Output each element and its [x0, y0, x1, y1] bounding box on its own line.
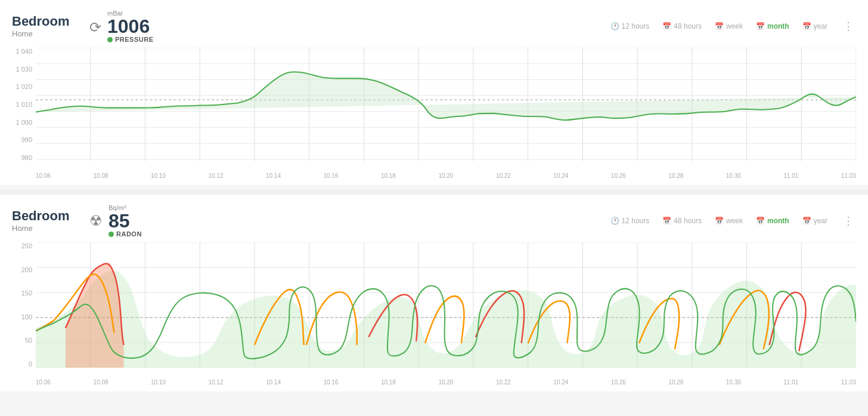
panel2-btn-week[interactable]: 📅 week	[710, 214, 748, 227]
radon-panel: Bedroom Home ☢ Bq/m³ 85 RADON 🕐 12 hours…	[0, 195, 868, 392]
panel2-dot	[108, 232, 114, 237]
panel2-header: Bedroom Home ☢ Bq/m³ 85 RADON 🕐 12 hours…	[12, 204, 856, 238]
panel2-x-labels: 10.06 10.08 10.10 10.12 10.14 10.16 10.1…	[36, 377, 856, 386]
panel1-btn-year[interactable]: 📅 year	[798, 20, 832, 33]
cal-icon-4: 📅	[802, 22, 811, 30]
panel1-dot	[107, 37, 113, 42]
panel1-label-year: year	[814, 22, 827, 30]
panel1-value: 1006	[107, 17, 179, 36]
panel2-more-button[interactable]: ⋮	[841, 212, 856, 230]
panel2-time-controls: 🕐 12 hours 📅 48 hours 📅 week 📅 month 📅 y…	[606, 212, 856, 230]
panel2-chart: 250 200 150 100 50 0	[12, 242, 856, 386]
pressure-panel: Bedroom Home ⟳ mBar 1006 PRESSURE 🕐 12 h…	[0, 0, 868, 185]
gauge-icon: ⟳	[89, 19, 101, 36]
panel2-label-12h: 12 hours	[622, 217, 650, 225]
panel2-sensor-row: RADON	[108, 230, 180, 238]
panel2-location: Home	[12, 224, 89, 233]
panel1-reading-block: mBar 1006 PRESSURE	[107, 10, 179, 43]
panel1-sensor-label: PRESSURE	[115, 36, 154, 43]
cal-icon-8: 📅	[802, 217, 811, 225]
panel2-label-month: month	[767, 217, 789, 225]
panel1-label-month: month	[767, 22, 789, 30]
panel2-btn-12h[interactable]: 🕐 12 hours	[606, 214, 655, 227]
panel1-label-48h: 48 hours	[674, 22, 702, 30]
panel2-label-48h: 48 hours	[674, 217, 702, 225]
panel2-btn-48h[interactable]: 📅 48 hours	[658, 214, 706, 227]
panel1-y-labels: 1 040 1 030 1 020 1 010 1 000 990 980	[12, 48, 36, 161]
clock-icon: 🕐	[610, 22, 619, 30]
panel2-title-block: Bedroom Home	[12, 209, 89, 232]
panel1-btn-48h[interactable]: 📅 48 hours	[658, 20, 706, 33]
panel1-chart: 1 040 1 030 1 020 1 010 1 000 990 980	[12, 48, 856, 179]
panel1-label-12h: 12 hours	[622, 22, 650, 30]
panel2-sensor-label: RADON	[116, 230, 142, 238]
panel2-label-week: week	[726, 217, 743, 225]
panel1-btn-week[interactable]: 📅 week	[710, 20, 748, 33]
cal-icon-6: 📅	[715, 217, 724, 225]
panel1-time-controls: 🕐 12 hours 📅 48 hours 📅 week 📅 month 📅 y…	[606, 17, 856, 35]
cal-icon-7: 📅	[756, 217, 765, 225]
panel1-label-week: week	[726, 22, 743, 30]
panel1-title-block: Bedroom Home	[12, 14, 89, 38]
clock-icon-2: 🕐	[610, 217, 619, 225]
panel2-btn-month[interactable]: 📅 month	[751, 214, 794, 227]
panel2-btn-year[interactable]: 📅 year	[798, 214, 832, 227]
cal-icon-1: 📅	[662, 22, 671, 30]
radon-icon: ☢	[89, 212, 103, 229]
cal-icon-3: 📅	[756, 22, 765, 30]
panel1-x-labels: 10.06 10.08 10.10 10.12 10.14 10.16 10.1…	[36, 170, 856, 179]
panel-separator	[0, 190, 868, 195]
panel1-header: Bedroom Home ⟳ mBar 1006 PRESSURE 🕐 12 h…	[12, 10, 856, 43]
panel2-reading-block: Bq/m³ 85 RADON	[108, 204, 180, 238]
cal-icon-5: 📅	[662, 217, 671, 225]
panel1-location: Home	[12, 29, 89, 38]
panel1-device-name: Bedroom	[12, 14, 89, 29]
panel2-device-name: Bedroom	[12, 209, 89, 223]
cal-icon-2: 📅	[715, 22, 724, 30]
panel2-y-labels: 250 200 150 100 50 0	[12, 242, 36, 368]
panel1-btn-12h[interactable]: 🕐 12 hours	[606, 20, 655, 33]
panel1-svg-container	[36, 48, 856, 161]
panel1-more-button[interactable]: ⋮	[841, 17, 856, 35]
panel2-label-year: year	[814, 217, 827, 225]
panel1-sensor-row: PRESSURE	[107, 36, 179, 43]
panel2-value: 85	[108, 211, 180, 230]
panel1-btn-month[interactable]: 📅 month	[751, 20, 794, 33]
panel2-svg-container	[36, 242, 856, 368]
